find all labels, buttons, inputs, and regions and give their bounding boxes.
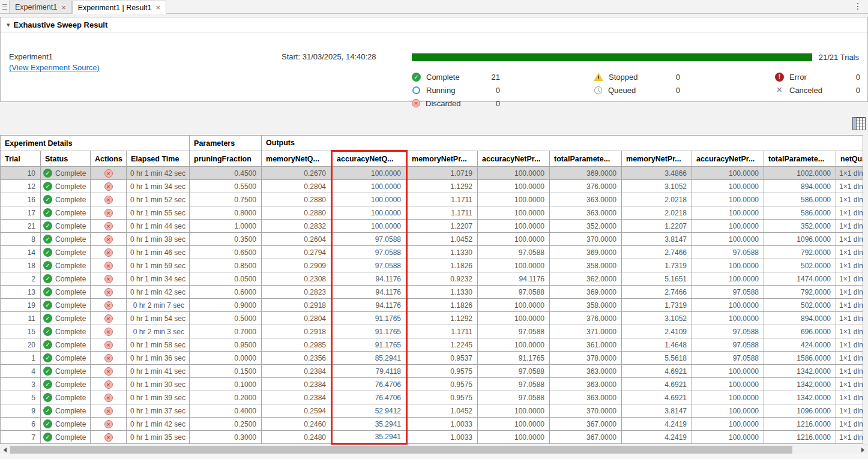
column-header-netquant[interactable]: netQuant... (836, 151, 863, 167)
discard-icon[interactable]: × (104, 235, 113, 244)
discard-icon[interactable]: × (104, 341, 113, 349)
scrollbar-thumb[interactable] (10, 446, 792, 454)
cell-pruningfraction: 0.4000 (190, 404, 262, 418)
column-header-accuracynetpr[interactable]: accuracyNetPr... (692, 151, 764, 167)
cell-elapsed-time: 0 hr 1 min 34 sec (127, 272, 190, 286)
horizontal-scrollbar[interactable] (0, 445, 868, 454)
table-row-trial-4[interactable]: 4✓Complete×0 hr 1 min 41 sec0.15000.2384… (1, 365, 863, 378)
scroll-right-arrow-icon[interactable] (858, 445, 867, 454)
discard-icon[interactable]: × (412, 99, 420, 107)
discard-icon[interactable]: × (104, 209, 113, 217)
cell-totalparamete: 369.0000 (550, 246, 622, 259)
discard-icon[interactable]: × (104, 328, 113, 336)
table-row-trial-3[interactable]: 3✓Complete×0 hr 1 min 30 sec0.10000.2384… (1, 378, 863, 391)
tab-experiment1[interactable]: Experiment1 × (9, 1, 72, 13)
cell-trial: 5 (1, 391, 41, 404)
cell-totalparamete: 358.0000 (550, 259, 622, 272)
kebab-menu-icon[interactable]: ⋮ (854, 1, 862, 11)
cell-status: ✓Complete (41, 391, 91, 404)
table-row-trial-16[interactable]: 16✓Complete×0 hr 1 min 52 sec0.75000.288… (1, 193, 863, 206)
column-header-trial[interactable]: Trial (1, 151, 41, 167)
table-row-trial-12[interactable]: 12✓Complete×0 hr 1 min 34 sec0.55000.280… (1, 180, 863, 193)
table-row-trial-20[interactable]: 20✓Complete×0 hr 1 min 58 sec0.95000.298… (1, 338, 863, 352)
column-header-status[interactable]: Status (41, 151, 91, 167)
cell-accuracynetpr: 97.0588 (692, 325, 764, 338)
cell-pruningfraction: 0.6000 (190, 286, 262, 299)
cell-accuracynetq: 94.1176 (332, 272, 407, 286)
cell-accuracynetpr: 97.0588 (478, 391, 550, 404)
panel-header[interactable]: ▾ Exhaustive Sweep Result (1, 17, 867, 32)
table-row-trial-18[interactable]: 18✓Complete×0 hr 1 min 59 sec0.85000.290… (1, 259, 863, 272)
cell-elapsed-time: 0 hr 1 min 34 sec (127, 180, 190, 193)
table-row-trial-17[interactable]: 17✓Complete×0 hr 1 min 55 sec0.80000.288… (1, 206, 863, 220)
discard-icon[interactable]: × (104, 354, 113, 362)
tab-close-icon[interactable]: × (61, 4, 66, 11)
column-header-memorynetpr[interactable]: memoryNetPr... (622, 151, 692, 167)
column-header-accuracynetpr[interactable]: accuracyNetPr... (478, 151, 550, 167)
column-header-actions[interactable]: Actions (91, 151, 127, 167)
cell-trial: 4 (1, 365, 41, 378)
discard-icon[interactable]: × (104, 169, 113, 178)
discard-icon[interactable]: × (104, 275, 113, 283)
tab-close-icon[interactable]: × (156, 4, 161, 11)
cell-totalparamete: 361.0000 (550, 338, 622, 352)
discard-icon[interactable]: × (104, 196, 113, 204)
discard-icon[interactable]: × (104, 288, 113, 296)
table-row-trial-11[interactable]: 11✓Complete×0 hr 1 min 54 sec0.50000.280… (1, 312, 863, 325)
cell-memorynetq: 0.2670 (262, 167, 332, 180)
start-timestamp: Start: 31/03/2025, 14:40:28 (282, 52, 376, 61)
table-row-trial-1[interactable]: 1✓Complete×0 hr 1 min 36 sec0.00000.2356… (1, 352, 863, 365)
cell-elapsed-time: 0 hr 1 min 41 sec (127, 365, 190, 378)
discard-icon[interactable]: × (104, 394, 113, 402)
column-header-totalparamete[interactable]: totalParamete... (764, 151, 836, 167)
table-row-trial-9[interactable]: 9✓Complete×0 hr 1 min 37 sec0.40000.2594… (1, 404, 863, 418)
cell-memorynetpr: 2.4109 (622, 325, 692, 338)
discard-icon[interactable]: × (104, 407, 113, 415)
tab-label: Experiment1 (15, 3, 57, 11)
table-row-trial-5[interactable]: 5✓Complete×0 hr 1 min 39 sec0.20000.2384… (1, 391, 863, 404)
discard-icon[interactable]: × (104, 380, 113, 389)
discard-icon[interactable]: × (104, 262, 113, 270)
discard-icon[interactable]: × (104, 314, 113, 323)
column-header-accuracynetq[interactable]: accuracyNetQ... (332, 151, 407, 167)
column-header-totalparamete[interactable]: totalParamete... (550, 151, 622, 167)
discard-icon[interactable]: × (104, 222, 113, 230)
column-header-memorynetpr[interactable]: memoryNetPr... (407, 151, 478, 167)
cell-totalparamete: 367.0000 (550, 431, 622, 444)
column-header-memorynetq[interactable]: memoryNetQ... (262, 151, 332, 167)
scroll-left-arrow-icon[interactable] (0, 445, 10, 454)
complete-icon: ✓ (43, 367, 52, 376)
cell-totalparamete: 502.0000 (764, 259, 836, 272)
table-row-trial-10[interactable]: 10✓Complete×0 hr 1 min 42 sec0.45000.267… (1, 167, 863, 180)
discard-icon[interactable]: × (104, 420, 113, 428)
cell-netquant: 1×1 dlne (836, 286, 863, 299)
collapse-triangle-icon[interactable]: ▾ (7, 21, 10, 29)
status-text: Complete (55, 394, 86, 402)
discard-icon[interactable]: × (104, 182, 113, 191)
cell-accuracynetpr: 100.0000 (478, 167, 550, 180)
cell-status: ✓Complete (41, 325, 91, 338)
table-row-trial-7[interactable]: 7✓Complete×0 hr 1 min 35 sec0.30000.2480… (1, 431, 863, 444)
table-row-trial-2[interactable]: 2✓Complete×0 hr 1 min 34 sec0.05000.2308… (1, 272, 863, 286)
table-columns-icon[interactable] (852, 117, 866, 130)
cell-trial: 8 (1, 233, 41, 246)
table-row-trial-14[interactable]: 14✓Complete×0 hr 1 min 46 sec0.65000.279… (1, 246, 863, 259)
tab-grip-icon[interactable] (0, 0, 9, 13)
tab-experiment1-result1[interactable]: Experiment1 | Result1 × (72, 1, 166, 14)
cell-accuracynetpr: 100.0000 (692, 233, 764, 246)
column-header-pruningfraction[interactable]: pruningFraction (190, 151, 262, 167)
table-row-trial-13[interactable]: 13✓Complete×0 hr 1 min 42 sec0.60000.282… (1, 286, 863, 299)
complete-icon: ✓ (43, 287, 52, 296)
view-experiment-source-link[interactable]: (View Experiment Source) (9, 63, 100, 72)
discard-icon[interactable]: × (104, 433, 113, 442)
column-header-elapsedtime[interactable]: Elapsed Time (127, 151, 190, 167)
cell-trial: 10 (1, 167, 41, 180)
discard-icon[interactable]: × (104, 248, 113, 257)
table-row-trial-15[interactable]: 15✓Complete×0 hr 2 min 3 sec0.70000.2918… (1, 325, 863, 338)
table-row-trial-19[interactable]: 19✓Complete×0 hr 2 min 7 sec0.90000.2918… (1, 299, 863, 312)
table-row-trial-21[interactable]: 21✓Complete×0 hr 1 min 44 sec1.00000.283… (1, 220, 863, 233)
table-row-trial-8[interactable]: 8✓Complete×0 hr 1 min 38 sec0.35000.2604… (1, 233, 863, 246)
discard-icon[interactable]: × (104, 301, 113, 310)
discard-icon[interactable]: × (104, 367, 113, 376)
table-row-trial-6[interactable]: 6✓Complete×0 hr 1 min 42 sec0.25000.2460… (1, 418, 863, 431)
